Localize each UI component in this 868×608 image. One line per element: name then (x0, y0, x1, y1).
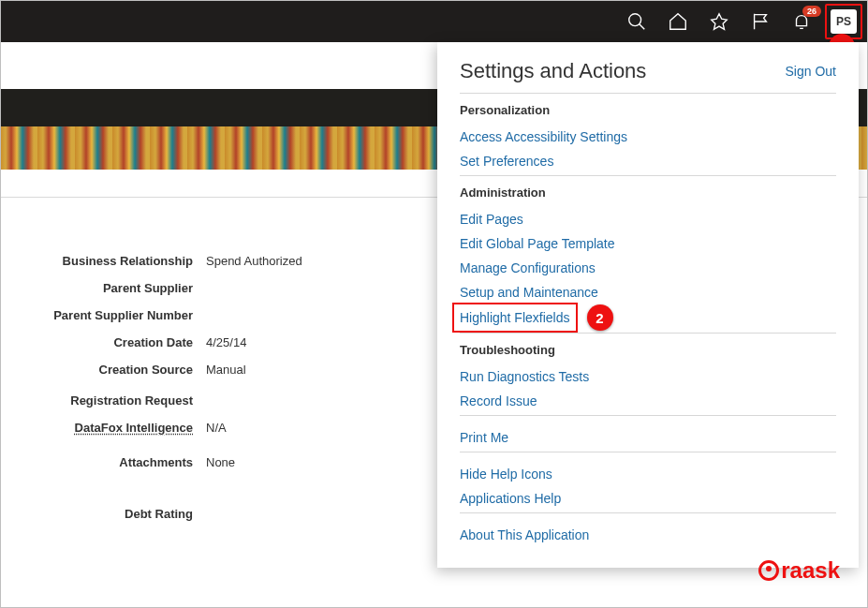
field-label: Parent Supplier (0, 281, 206, 295)
svg-line-1 (640, 23, 645, 29)
manage-configurations-link[interactable]: Manage Configurations (460, 256, 836, 280)
panel-header: Settings and Actions Sign Out (460, 59, 836, 93)
administration-section: Administration Edit Pages Edit Global Pa… (460, 175, 836, 333)
bell-icon[interactable]: 26 (789, 9, 814, 34)
applications-help-link[interactable]: Applications Help (460, 486, 836, 511)
watermark-text: raask (781, 557, 840, 584)
svg-point-0 (629, 13, 641, 25)
field-value: Spend Authorized (206, 254, 302, 268)
panel-title: Settings and Actions (460, 59, 646, 83)
highlight-flexfields-link[interactable]: Highlight Flexfields (460, 305, 570, 330)
watermark-icon (758, 560, 779, 581)
field-label: Attachments (0, 455, 206, 469)
print-me-link[interactable]: Print Me (460, 425, 836, 450)
home-icon[interactable] (666, 9, 690, 34)
about-section: About This Application (460, 512, 836, 549)
top-toolbar: 26 PS (0, 0, 868, 42)
settings-actions-panel: Settings and Actions Sign Out Personaliz… (437, 42, 859, 568)
field-value: None (206, 455, 235, 469)
flag-icon[interactable] (748, 9, 772, 34)
field-value: 4/25/14 (206, 335, 246, 349)
section-title: Troubleshooting (460, 343, 836, 357)
personalization-section: Personalization Access Accessibility Set… (460, 93, 836, 175)
edit-pages-link[interactable]: Edit Pages (460, 207, 836, 231)
about-app-link[interactable]: About This Application (460, 523, 836, 547)
field-value: Manual (206, 363, 246, 377)
datafox-label[interactable]: DataFox Intelligence (0, 421, 206, 435)
help-section: Hide Help Icons Applications Help (460, 452, 836, 512)
notification-badge: 26 (802, 6, 821, 17)
edit-global-template-link[interactable]: Edit Global Page Template (460, 231, 836, 256)
section-title: Administration (460, 185, 836, 200)
user-menu-button[interactable]: PS (831, 9, 857, 34)
field-label: Parent Supplier Number (0, 308, 206, 322)
setup-maintenance-link[interactable]: Setup and Maintenance (460, 280, 836, 304)
field-label: Creation Date (0, 335, 206, 349)
field-label: Debt Rating (0, 507, 206, 521)
hide-help-icons-link[interactable]: Hide Help Icons (460, 462, 836, 486)
star-icon[interactable] (707, 9, 731, 34)
access-accessibility-link[interactable]: Access Accessibility Settings (460, 125, 836, 149)
print-section: Print Me (460, 415, 836, 452)
user-menu-wrap: PS (831, 9, 857, 34)
field-value: N/A (206, 421, 227, 435)
sign-out-link[interactable]: Sign Out (786, 64, 836, 79)
field-label: Creation Source (0, 363, 206, 377)
search-icon[interactable] (625, 9, 649, 34)
record-issue-link[interactable]: Record Issue (460, 389, 836, 413)
watermark-logo: raask (758, 557, 840, 584)
section-title: Personalization (460, 103, 836, 117)
troubleshooting-section: Troubleshooting Run Diagnostics Tests Re… (460, 333, 836, 415)
field-label: Business Relationship (0, 254, 206, 268)
set-preferences-link[interactable]: Set Preferences (460, 149, 836, 173)
run-diagnostics-link[interactable]: Run Diagnostics Tests (460, 364, 836, 389)
annotation-callout-2: 2 (587, 304, 613, 331)
field-label: Registration Request (0, 393, 206, 408)
